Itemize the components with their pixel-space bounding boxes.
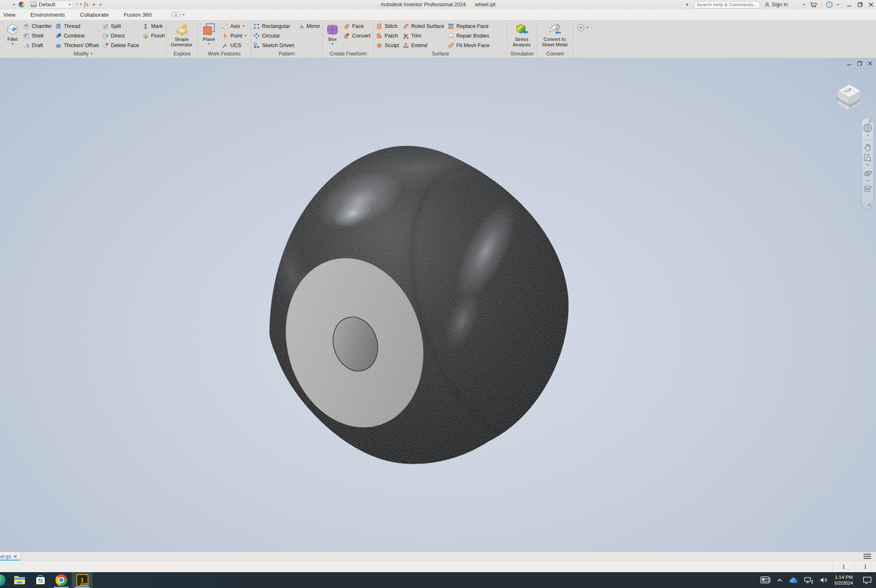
taskbar-chrome[interactable] — [51, 572, 72, 588]
delete-face-button[interactable]: Delete Face — [102, 40, 139, 50]
taskbar-clock[interactable]: 1:14 PM 5/2/2024 — [834, 574, 853, 586]
zoom-caret-icon[interactable] — [866, 164, 869, 167]
shape-generator-button[interactable]: Shape Generator — [169, 21, 194, 48]
tab-collaborate[interactable]: Collaborate — [80, 12, 109, 18]
tab-fusion-360[interactable]: Fusion 360 — [124, 12, 152, 18]
model-viewport[interactable]: TOP FRONT RIGHT — [0, 58, 876, 552]
appearance-dropdown[interactable]: Default — [28, 1, 73, 8]
restore-button[interactable] — [858, 2, 863, 7]
fillet-button[interactable]: Fillet — [5, 21, 20, 46]
freeform-box-button[interactable]: Box — [325, 21, 340, 46]
panel-explore: Shape Generator Explore — [167, 20, 198, 58]
draft-button[interactable]: Draft — [23, 40, 52, 50]
axis-button[interactable]: Axis — [222, 21, 247, 31]
orbit-icon[interactable] — [863, 168, 873, 178]
ribbon-display-options-button[interactable] — [577, 24, 584, 31]
view-cube[interactable]: TOP FRONT RIGHT — [833, 80, 865, 113]
overflow-dropdown-icon[interactable] — [13, 4, 15, 7]
combine-button[interactable]: Combine — [55, 31, 99, 40]
help-caret-icon[interactable] — [837, 4, 839, 7]
fillet-icon — [5, 22, 20, 36]
tray-overflow-chevron-icon[interactable] — [777, 578, 783, 582]
stitch-button[interactable]: Stitch — [376, 21, 399, 31]
clock-date: 5/2/2024 — [834, 580, 853, 586]
taskbar-inventor[interactable]: I PRO — [72, 572, 93, 588]
point-button[interactable]: Point — [222, 31, 247, 40]
doc-close-button[interactable] — [868, 61, 873, 66]
network-icon[interactable] — [804, 577, 813, 584]
look-at-icon[interactable] — [863, 184, 873, 193]
action-center-icon[interactable] — [863, 576, 872, 584]
minimize-button[interactable] — [847, 2, 852, 7]
wheel-3d-model[interactable] — [0, 58, 876, 552]
qat-dropdown-icon[interactable] — [99, 4, 102, 7]
ribbon-collapse-button[interactable] — [171, 12, 181, 17]
ribbon-collapse-caret-icon[interactable] — [182, 14, 185, 17]
trim-button[interactable]: Trim — [403, 31, 444, 40]
appearance-caret-icon — [68, 4, 71, 7]
mark-button[interactable]: Mark — [142, 21, 165, 31]
search-expand-icon[interactable] — [687, 3, 690, 6]
pan-icon[interactable] — [863, 143, 872, 152]
news-widgets-icon[interactable] — [760, 576, 770, 584]
taskbar-edge-globe[interactable] — [0, 572, 9, 588]
freeform-convert-button[interactable]: Convert — [343, 31, 370, 40]
volume-icon[interactable] — [820, 577, 828, 583]
ruled-surface-button[interactable]: Ruled Surface — [403, 21, 444, 31]
signin-caret-icon[interactable] — [803, 4, 806, 7]
finish-button[interactable]: Finish — [142, 31, 165, 40]
help-search-input[interactable] — [694, 1, 760, 8]
navigation-wheel-caret-icon[interactable] — [866, 135, 869, 137]
store-cart-icon[interactable] — [810, 2, 817, 8]
add-quick-access-icon[interactable]: + — [92, 1, 96, 8]
replace-face-button[interactable]: Replace Face — [448, 21, 489, 31]
fit-mesh-face-button[interactable]: Fit Mesh Face — [448, 40, 489, 50]
thicken-offset-button[interactable]: Thicken/ Offset — [55, 40, 99, 50]
shell-button[interactable]: Shell — [23, 31, 52, 40]
mirror-button[interactable]: Mirror — [298, 21, 320, 31]
close-button[interactable] — [868, 2, 873, 7]
chamfer-button[interactable]: Chamfer — [23, 21, 52, 31]
patch-button[interactable]: Patch — [376, 31, 399, 40]
navigation-bar[interactable] — [861, 118, 874, 209]
help-icon[interactable]: ? — [826, 1, 833, 8]
zoom-icon[interactable] — [863, 153, 872, 163]
tab-view[interactable]: View — [3, 12, 15, 18]
navigation-wheel-icon[interactable] — [863, 123, 873, 133]
split-button[interactable]: Split — [102, 21, 139, 31]
document-tab-close-icon[interactable] — [13, 555, 17, 558]
rectangular-pattern-button[interactable]: Rectangular — [253, 21, 295, 31]
doc-restore-button[interactable] — [857, 61, 862, 66]
convert-to-sheet-metal-button[interactable]: Convert to Sheet Metal — [539, 21, 570, 48]
thread-button[interactable]: Thread — [55, 21, 99, 31]
sketch-driven-button[interactable]: Sketch Driven — [253, 40, 295, 50]
document-tab-wheel[interactable]: wheel.ipt — [0, 552, 20, 561]
orbit-caret-icon[interactable] — [866, 180, 869, 183]
circular-pattern-button[interactable]: Circular — [253, 31, 295, 40]
panel-convert: Convert to Sheet Metal Convert — [537, 20, 573, 58]
doc-minimize-button[interactable] — [847, 61, 852, 66]
direct-button[interactable]: Direct — [102, 31, 139, 40]
material-colorwheel-icon[interactable] — [19, 2, 25, 8]
extend-button[interactable]: Extend — [403, 40, 444, 50]
parameters-fx-button[interactable]: fx — [84, 1, 88, 8]
plane-button[interactable]: Plane — [200, 21, 218, 46]
tab-environments[interactable]: Environments — [30, 12, 65, 18]
ucs-button[interactable]: UCS — [222, 40, 247, 50]
onedrive-cloud-icon[interactable]: i — [789, 577, 798, 583]
axis-caret-icon — [242, 25, 245, 28]
navbar-options-icon[interactable] — [868, 203, 871, 207]
taskbar-file-explorer[interactable] — [9, 572, 30, 588]
stress-analysis-button[interactable]: Stress Analysis — [509, 21, 534, 48]
navbar-close-icon[interactable] — [868, 119, 872, 123]
microsoft-store-icon — [35, 575, 46, 585]
freeform-face-button[interactable]: Face — [343, 21, 370, 31]
panel-label-modify[interactable]: Modify — [0, 50, 166, 58]
ribbon-display-options-caret-icon[interactable] — [586, 27, 589, 30]
sculpt-button[interactable]: Sculpt — [376, 40, 399, 50]
sign-in-button[interactable]: Sign In — [764, 2, 788, 8]
panel-simulation: Stress Analysis Simulation — [507, 20, 537, 58]
taskbar-microsoft-store[interactable] — [30, 572, 51, 588]
repair-bodies-button[interactable]: Repair Bodies — [448, 31, 489, 40]
tab-list-menu-button[interactable] — [863, 554, 871, 559]
